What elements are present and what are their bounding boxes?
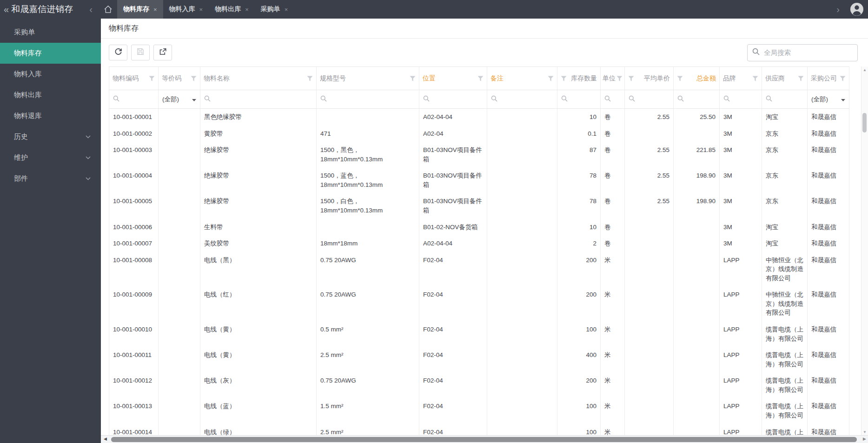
- table-row[interactable]: 10-001-00001黑色绝缘胶带A02-04-0410卷2.5525.503…: [109, 109, 849, 126]
- cell-remark[interactable]: [487, 193, 557, 218]
- cell-supplier[interactable]: 京东: [762, 142, 808, 167]
- cell-equiv[interactable]: [159, 126, 200, 142]
- cell-name[interactable]: 生料带: [200, 219, 317, 236]
- cell-company[interactable]: 和晟嘉信: [808, 398, 849, 423]
- cell-company[interactable]: 和晟嘉信: [808, 167, 849, 193]
- cell-brand[interactable]: 3M: [720, 109, 762, 126]
- cell-unit[interactable]: 米: [601, 252, 625, 287]
- cell-avg_price[interactable]: [625, 321, 674, 347]
- cell-total[interactable]: [674, 347, 720, 372]
- cell-name[interactable]: 黄胶带: [200, 126, 317, 142]
- filter-funnel-icon[interactable]: [477, 76, 484, 81]
- column-header-qty[interactable]: 库存数量: [557, 67, 601, 90]
- filter-funnel-icon[interactable]: [840, 76, 846, 81]
- cell-supplier[interactable]: 缆普电缆（上海）有限公司: [762, 321, 808, 347]
- cell-spec[interactable]: [317, 109, 419, 126]
- cell-code[interactable]: 10-001-00002: [109, 126, 159, 142]
- cell-spec[interactable]: 471: [317, 126, 419, 142]
- cell-unit[interactable]: 米: [601, 347, 625, 372]
- cell-brand[interactable]: LAPP: [720, 347, 762, 372]
- cell-name[interactable]: 电线（黑）: [200, 252, 317, 287]
- cell-brand[interactable]: 3M: [720, 193, 762, 218]
- filter-search-brand[interactable]: [723, 95, 758, 104]
- cell-brand[interactable]: 3M: [720, 126, 762, 142]
- table-row[interactable]: 10-001-00008电线（黑）0.75 20AWGF02-04200米LAP…: [109, 252, 849, 287]
- cell-total[interactable]: [674, 372, 720, 398]
- cell-avg_price[interactable]: 2.55: [625, 142, 674, 167]
- column-header-location[interactable]: 位置: [419, 67, 487, 90]
- tab-material-inbound[interactable]: 物料入库 ×: [163, 0, 209, 19]
- column-header-equiv[interactable]: 等价码: [159, 67, 200, 90]
- sidebar-item-material-return[interactable]: 物料退库: [0, 106, 101, 126]
- cell-remark[interactable]: [487, 252, 557, 287]
- vertical-scrollbar[interactable]: ▲ ▼: [861, 66, 868, 435]
- cell-name[interactable]: 绝缘胶带: [200, 167, 317, 193]
- cell-location[interactable]: A02-04: [419, 126, 487, 142]
- cell-location[interactable]: F02-04: [419, 398, 487, 423]
- cell-qty[interactable]: 200: [557, 372, 601, 398]
- cell-name[interactable]: 电线（灰）: [200, 372, 317, 398]
- horizontal-scrollbar[interactable]: ◀ ▶: [101, 435, 868, 443]
- cell-code[interactable]: 10-001-00012: [109, 372, 159, 398]
- cell-equiv[interactable]: [159, 109, 200, 126]
- cell-qty[interactable]: 200: [557, 286, 601, 321]
- cell-equiv[interactable]: [159, 219, 200, 236]
- cell-remark[interactable]: [487, 424, 557, 436]
- cell-equiv[interactable]: [159, 372, 200, 398]
- cell-remark[interactable]: [487, 286, 557, 321]
- cell-supplier[interactable]: 缆普电缆（上海）有限公司: [762, 424, 808, 436]
- table-row[interactable]: 10-001-00009电线（红）0.75 20AWGF02-04200米LAP…: [109, 286, 849, 321]
- cell-code[interactable]: 10-001-00005: [109, 193, 159, 218]
- cell-total[interactable]: [674, 126, 720, 142]
- cell-total[interactable]: [674, 321, 720, 347]
- cell-company[interactable]: 和晟嘉信: [808, 347, 849, 372]
- filter-funnel-icon[interactable]: [561, 76, 567, 81]
- filter-search-supplier[interactable]: [766, 95, 803, 104]
- cell-avg_price[interactable]: 2.55: [625, 193, 674, 218]
- cell-spec[interactable]: 0.75 20AWG: [317, 252, 419, 287]
- filter-search-total[interactable]: [677, 95, 716, 104]
- cell-name[interactable]: 电线（黄）: [200, 321, 317, 347]
- cell-spec[interactable]: 0.75 20AWG: [317, 372, 419, 398]
- cell-equiv[interactable]: [159, 167, 200, 193]
- cell-remark[interactable]: [487, 235, 557, 252]
- cell-brand[interactable]: 3M: [720, 142, 762, 167]
- cell-brand[interactable]: LAPP: [720, 398, 762, 423]
- cell-unit[interactable]: 卷: [601, 167, 625, 193]
- global-search[interactable]: [747, 44, 858, 61]
- cell-brand[interactable]: LAPP: [720, 286, 762, 321]
- cell-total[interactable]: [674, 424, 720, 436]
- cell-supplier[interactable]: 京东: [762, 193, 808, 218]
- cell-name[interactable]: 绝缘胶带: [200, 142, 317, 167]
- filter-funnel-icon[interactable]: [548, 76, 554, 81]
- cell-avg_price[interactable]: [625, 235, 674, 252]
- cell-total[interactable]: [674, 252, 720, 287]
- cell-unit[interactable]: 卷: [601, 142, 625, 167]
- cell-spec[interactable]: 1.5 mm²: [317, 398, 419, 423]
- table-row[interactable]: 10-001-00010电线（黄）0.5 mm²F02-04100米LAPP缆普…: [109, 321, 849, 347]
- home-icon[interactable]: [101, 5, 117, 13]
- cell-company[interactable]: 和晟嘉信: [808, 193, 849, 218]
- tab-close-icon[interactable]: ×: [153, 6, 157, 13]
- sidebar-item-material-inbound[interactable]: 物料入库: [0, 64, 101, 85]
- filter-search-unit[interactable]: [604, 95, 621, 104]
- cell-company[interactable]: 和晟嘉信: [808, 321, 849, 347]
- cell-qty[interactable]: 100: [557, 398, 601, 423]
- filter-search-code[interactable]: [113, 95, 154, 104]
- cell-location[interactable]: A02-04-04: [419, 235, 487, 252]
- filter-funnel-icon[interactable]: [752, 76, 758, 81]
- table-row[interactable]: 10-001-00007美纹胶带18mm*18mmA02-04-042卷3M淘宝…: [109, 235, 849, 252]
- sidebar-item-history[interactable]: 历史: [0, 126, 101, 147]
- cell-qty[interactable]: 2: [557, 235, 601, 252]
- cell-location[interactable]: B01-03NOV项目备件箱: [419, 142, 487, 167]
- filter-search-spec[interactable]: [320, 95, 415, 104]
- cell-remark[interactable]: [487, 219, 557, 236]
- cell-remark[interactable]: [487, 321, 557, 347]
- cell-location[interactable]: B01-03NOV项目备件箱: [419, 167, 487, 193]
- cell-remark[interactable]: [487, 109, 557, 126]
- cell-name[interactable]: 电线（蓝）: [200, 398, 317, 423]
- vertical-scroll-thumb[interactable]: [862, 113, 867, 132]
- column-header-company[interactable]: 采购公司: [808, 67, 849, 90]
- cell-qty[interactable]: 0.1: [557, 126, 601, 142]
- cell-supplier[interactable]: 中驰恒业（北京）线缆制造有限公司: [762, 286, 808, 321]
